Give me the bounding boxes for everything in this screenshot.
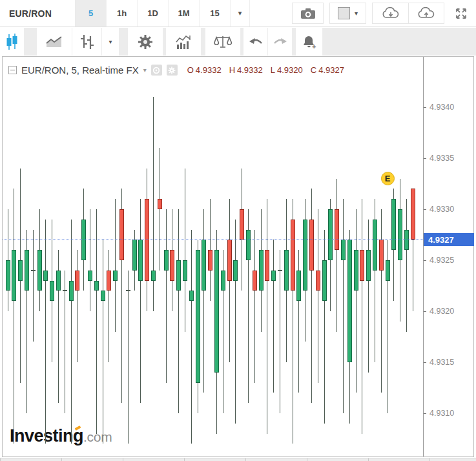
theme-swatch-button[interactable]: ▾ — [329, 3, 366, 24]
candle-wick — [115, 199, 116, 331]
settings-button[interactable] — [128, 28, 163, 56]
series-settings-button[interactable] — [167, 65, 178, 76]
chart-panel: EUR/RON, 5, Real-time FX ▾ — [2, 56, 474, 457]
legend-dropdown-caret[interactable]: ▾ — [143, 67, 147, 74]
candle-down — [75, 271, 79, 291]
candle-wick — [71, 220, 72, 444]
visibility-toggle-button[interactable] — [151, 65, 162, 76]
time-axis-strip[interactable] — [0, 458, 476, 461]
candle-up — [366, 250, 371, 280]
candle-up — [43, 271, 48, 281]
candle-up — [391, 199, 396, 250]
candle-down — [119, 209, 124, 260]
candle-up — [164, 250, 169, 271]
svg-text:+: + — [312, 43, 316, 50]
legend-collapse-button[interactable] — [8, 66, 17, 74]
candle-up — [69, 281, 74, 302]
trading-chart-app: EUR/RON 5 1h 1D 1M 15 ▾ ▾ — [0, 0, 476, 461]
event-marker[interactable]: E — [381, 172, 395, 185]
cloud-upload-icon — [417, 7, 435, 20]
chevron-down-icon: ▾ — [109, 38, 112, 45]
candle-up — [151, 271, 156, 281]
candle-up — [322, 260, 327, 301]
candle-up — [88, 271, 92, 281]
toolbar-gap — [25, 28, 37, 56]
save-chart-button[interactable] — [408, 3, 444, 23]
indicators-button[interactable] — [166, 28, 202, 56]
candlestick-style-button[interactable] — [0, 28, 25, 56]
candle-up — [101, 291, 105, 301]
interval-button-1h[interactable]: 1h — [107, 0, 138, 26]
ohlc-close-value: 4.9327 — [318, 65, 344, 75]
candle-up — [373, 220, 377, 271]
candle-up — [271, 271, 276, 281]
candle-wick — [166, 209, 167, 383]
candle-wick — [77, 250, 78, 362]
interval-button-15[interactable]: 15 — [200, 0, 231, 26]
symbol-input[interactable]: EUR/RON — [0, 0, 76, 26]
candle-up — [214, 250, 219, 373]
chart-canvas[interactable]: EUR/RON, 5, Real-time FX ▾ — [3, 57, 423, 456]
candlestick-icon — [6, 34, 19, 50]
candle-wick — [368, 220, 369, 373]
candle-up — [37, 250, 42, 291]
candle-down — [170, 250, 174, 280]
chart-legend: EUR/RON, 5, Real-time FX ▾ — [8, 65, 344, 76]
interval-button-1d[interactable]: 1D — [138, 0, 169, 26]
candle-up — [56, 271, 61, 291]
alert-bell-icon: + — [302, 34, 317, 50]
candle-wick — [318, 209, 318, 383]
candle-up — [189, 291, 194, 301]
area-style-button[interactable] — [37, 28, 72, 56]
area-chart-icon — [46, 36, 63, 48]
candle-up — [303, 220, 307, 291]
style-dropdown-caret[interactable]: ▾ — [102, 28, 119, 56]
interval-dropdown-caret[interactable]: ▾ — [231, 0, 250, 26]
candle-down — [227, 240, 232, 280]
fullscreen-button[interactable] — [450, 3, 472, 24]
candle-wick — [109, 250, 109, 362]
bars-style-button[interactable] — [72, 28, 102, 56]
candle-down — [107, 271, 111, 291]
scales-icon — [214, 35, 232, 49]
price-axis[interactable]: 4.93404.93354.93304.93254.93204.93154.93… — [423, 57, 473, 456]
top-right-buttons: ▾ — [292, 0, 476, 26]
candle-up — [284, 250, 289, 291]
camera-icon — [300, 8, 316, 19]
interval-button-1m[interactable]: 1M — [169, 0, 200, 26]
compare-button[interactable] — [205, 28, 241, 56]
snapshot-button[interactable] — [292, 3, 324, 24]
toolbar-gap — [323, 28, 476, 56]
candle-wick — [45, 220, 46, 444]
legend-title[interactable]: EUR/RON, 5, Real-time FX — [21, 65, 139, 76]
ohlc-readout: O4.9332 H4.9332 L4.9320 C4.9327 — [187, 65, 344, 75]
redo-button[interactable] — [268, 28, 293, 56]
eye-circle-icon — [152, 67, 160, 74]
candle-up — [63, 290, 67, 291]
candle-wick — [96, 209, 97, 434]
candle-up — [328, 209, 333, 260]
candle-down — [360, 250, 364, 280]
logo-accent — [75, 425, 81, 431]
candle-down — [208, 250, 212, 271]
cloud-download-icon — [382, 7, 400, 20]
candle-down — [253, 271, 257, 291]
candle-wick — [356, 209, 357, 393]
load-chart-button[interactable] — [373, 3, 408, 23]
candle-up — [278, 270, 282, 271]
candle-wick — [235, 220, 236, 424]
candle-wick — [160, 148, 160, 271]
candle-up — [31, 270, 36, 271]
ohlc-open-value: 4.9332 — [196, 65, 222, 75]
undo-button[interactable] — [243, 28, 268, 56]
color-swatch-icon — [338, 7, 350, 19]
interval-button-5[interactable]: 5 — [76, 0, 107, 26]
y-axis-tick: 4.9330 — [424, 205, 454, 214]
add-alert-button[interactable]: + — [296, 28, 323, 56]
ohlc-low-value: 4.9320 — [277, 65, 303, 75]
candle-down — [309, 220, 314, 271]
y-axis-tick: 4.9325 — [424, 256, 454, 265]
top-toolbar: EUR/RON 5 1h 1D 1M 15 ▾ ▾ — [0, 0, 476, 27]
candle-wick — [128, 271, 129, 444]
ohlc-open-label: O — [187, 65, 194, 75]
